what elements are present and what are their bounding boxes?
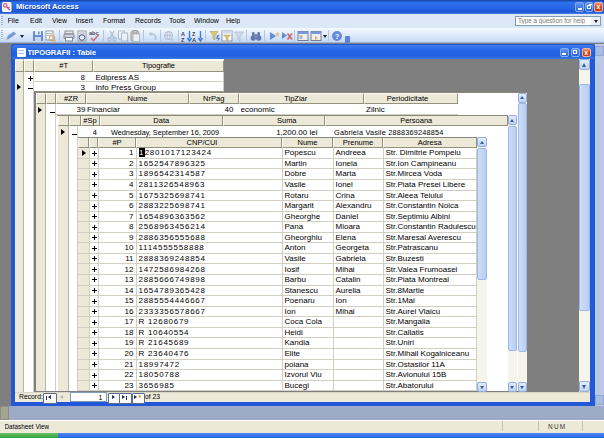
svg-text:?: ?: [335, 32, 339, 39]
svg-text:abc: abc: [89, 30, 98, 36]
svg-text:A: A: [192, 36, 196, 42]
svg-text:Z: Z: [181, 36, 185, 42]
